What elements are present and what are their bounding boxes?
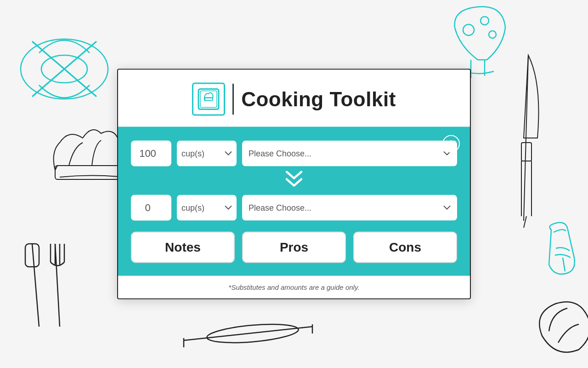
svg-rect-4 <box>55 166 126 179</box>
svg-rect-27 <box>205 98 213 101</box>
action-buttons-row: Notes Pros Cons <box>131 232 457 263</box>
svg-line-19 <box>524 216 526 228</box>
svg-line-2 <box>32 41 96 97</box>
to-amount-input[interactable] <box>131 195 171 221</box>
logo-box <box>192 83 225 116</box>
cons-button[interactable]: Cons <box>353 232 457 263</box>
to-ingredient-select[interactable]: Please Choose... <box>242 195 457 221</box>
svg-line-5 <box>32 244 39 327</box>
card-footer: *Substitutes and amounts are a guide onl… <box>118 276 470 299</box>
logo-icon <box>197 87 220 111</box>
from-unit-select[interactable]: cup(s) tbsp tsp ml litre(s) oz g kg lb <box>177 141 237 167</box>
svg-point-12 <box>463 24 474 35</box>
svg-point-14 <box>489 31 496 38</box>
double-chevron-down-icon <box>284 171 304 188</box>
svg-line-15 <box>524 55 528 221</box>
svg-line-20 <box>184 327 312 340</box>
svg-line-24 <box>563 258 565 271</box>
from-amount-input[interactable] <box>131 141 171 167</box>
card-title: Cooking Toolkit <box>241 88 396 111</box>
from-row: cup(s) tbsp tsp ml litre(s) oz g kg lb P… <box>131 141 457 167</box>
to-unit-select[interactable]: cup(s) tbsp tsp ml litre(s) oz g kg lb <box>177 195 237 221</box>
svg-rect-25 <box>198 89 219 109</box>
svg-rect-6 <box>25 244 39 267</box>
to-row: cup(s) tbsp tsp ml litre(s) oz g kg lb P… <box>131 195 457 221</box>
header-divider <box>232 84 234 115</box>
pros-button[interactable]: Pros <box>242 232 346 263</box>
notes-button[interactable]: Notes <box>131 232 235 263</box>
card-body: i cup(s) tbsp tsp ml litre(s) oz g kg lb… <box>118 127 470 276</box>
svg-point-1 <box>41 55 87 83</box>
svg-point-0 <box>21 39 108 99</box>
svg-line-7 <box>55 244 60 327</box>
card-header: Cooking Toolkit <box>118 70 470 127</box>
footer-note: *Substitutes and amounts are a guide onl… <box>229 283 360 291</box>
svg-line-3 <box>32 41 96 97</box>
svg-point-13 <box>481 17 489 25</box>
info-button[interactable]: i <box>442 135 460 153</box>
info-icon: i <box>450 138 452 149</box>
main-card: Cooking Toolkit i cup(s) tbsp tsp ml lit… <box>117 69 471 299</box>
svg-rect-16 <box>521 143 531 161</box>
svg-point-21 <box>206 321 299 345</box>
from-ingredient-select[interactable]: Please Choose... <box>242 141 457 167</box>
convert-arrow-container <box>131 171 457 188</box>
